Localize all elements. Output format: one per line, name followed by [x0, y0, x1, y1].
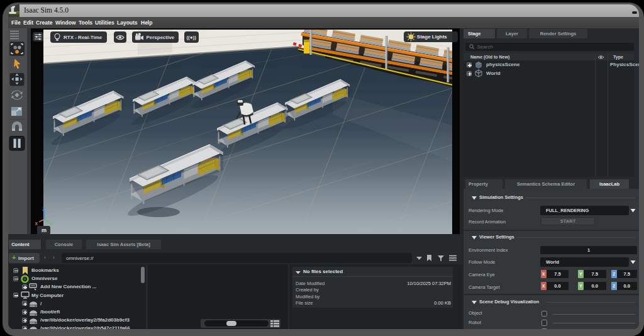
svg-text:X: X	[35, 221, 38, 225]
svg-text:Z: Z	[43, 206, 45, 211]
svg-text:Y: Y	[50, 221, 53, 226]
